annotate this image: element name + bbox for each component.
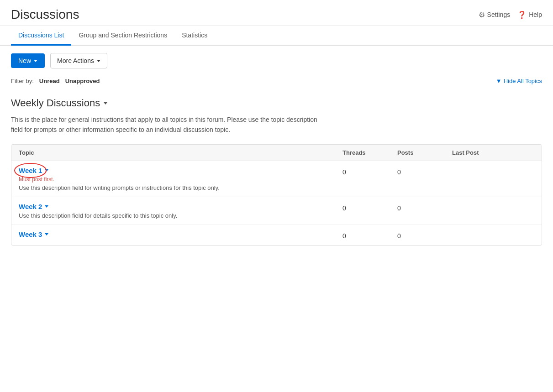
page-title: Discussions bbox=[11, 7, 79, 22]
week2-title: Week 2 bbox=[19, 203, 42, 210]
settings-link[interactable]: ⚙ Settings bbox=[479, 10, 511, 19]
week1-chevron bbox=[45, 169, 48, 172]
unapproved-filter-button[interactable]: Unapproved bbox=[65, 78, 100, 84]
filter-by-label: Filter by: bbox=[11, 78, 34, 84]
hide-all-chevron: ▼ bbox=[496, 78, 502, 84]
help-link[interactable]: ❓ Help bbox=[517, 10, 542, 19]
more-actions-chevron bbox=[97, 60, 100, 62]
week2-description: Use this description field for details s… bbox=[19, 212, 342, 219]
help-icon: ❓ bbox=[517, 10, 527, 19]
more-actions-label: More Actions bbox=[57, 57, 94, 64]
toolbar: New More Actions bbox=[0, 46, 553, 76]
week2-threads: 0 bbox=[342, 203, 397, 212]
week2-posts: 0 bbox=[397, 203, 452, 212]
week3-title: Week 3 bbox=[19, 230, 42, 238]
tab-group-section-restrictions[interactable]: Group and Section Restrictions bbox=[71, 26, 174, 46]
col-posts: Posts bbox=[397, 149, 452, 156]
tab-discussions-list[interactable]: Discussions List bbox=[11, 26, 71, 46]
main-content: Weekly Discussions This is the place for… bbox=[0, 90, 553, 253]
forum-title: Weekly Discussions bbox=[11, 97, 100, 109]
week3-topic-cell: Week 3 bbox=[19, 230, 342, 238]
hide-all-label: Hide All Topics bbox=[504, 78, 542, 84]
table-row: Week 3 0 0 bbox=[11, 225, 542, 245]
week1-topic-cell: Week 1 Must post first. Use this descrip… bbox=[19, 167, 342, 191]
col-threads: Threads bbox=[342, 149, 397, 156]
tab-nav: Discussions List Group and Section Restr… bbox=[0, 26, 553, 46]
more-actions-button[interactable]: More Actions bbox=[50, 53, 107, 68]
week1-posts: 0 bbox=[397, 167, 452, 176]
week3-threads: 0 bbox=[342, 230, 397, 240]
forum-description: This is the place for general instructio… bbox=[11, 115, 321, 135]
help-label: Help bbox=[529, 11, 542, 18]
hide-all-topics-button[interactable]: ▼ Hide All Topics bbox=[496, 78, 542, 84]
forum-title-row: Weekly Discussions bbox=[11, 97, 542, 109]
new-button-label: New bbox=[18, 57, 31, 64]
table-row: Week 1 Must post first. Use this descrip… bbox=[11, 161, 542, 197]
week1-title: Week 1 bbox=[19, 167, 42, 174]
week1-threads: 0 bbox=[342, 167, 397, 176]
week2-topic-cell: Week 2 Use this description field for de… bbox=[19, 203, 342, 219]
new-dropdown-chevron bbox=[34, 60, 37, 62]
unread-filter-button[interactable]: Unread bbox=[39, 78, 60, 84]
filter-bar: Filter by: Unread Unapproved ▼ Hide All … bbox=[0, 76, 553, 90]
week2-chevron bbox=[45, 205, 48, 208]
week2-last-post bbox=[452, 203, 534, 204]
week1-must-post: Must post first. bbox=[19, 176, 342, 183]
filter-left: Filter by: Unread Unapproved bbox=[11, 78, 100, 84]
forum-title-chevron[interactable] bbox=[104, 102, 107, 105]
week3-posts: 0 bbox=[397, 230, 452, 240]
week3-chevron bbox=[45, 233, 48, 235]
col-topic: Topic bbox=[19, 149, 342, 156]
topics-table: Topic Threads Posts Last Post Week 1 Mus… bbox=[11, 144, 542, 246]
week1-last-post bbox=[452, 167, 534, 168]
week1-description: Use this description field for writing p… bbox=[19, 184, 342, 191]
gear-icon: ⚙ bbox=[479, 10, 485, 19]
settings-label: Settings bbox=[487, 11, 511, 18]
tab-statistics[interactable]: Statistics bbox=[174, 26, 215, 46]
page-header: Discussions ⚙ Settings ❓ Help bbox=[0, 0, 553, 26]
table-header: Topic Threads Posts Last Post bbox=[11, 145, 542, 161]
col-last-post: Last Post bbox=[452, 149, 534, 156]
week1-link[interactable]: Week 1 bbox=[19, 167, 342, 174]
header-actions: ⚙ Settings ❓ Help bbox=[479, 10, 542, 19]
table-row: Week 2 Use this description field for de… bbox=[11, 197, 542, 225]
new-button[interactable]: New bbox=[11, 53, 45, 68]
week2-link[interactable]: Week 2 bbox=[19, 203, 342, 210]
week3-link[interactable]: Week 3 bbox=[19, 230, 342, 238]
week3-last-post bbox=[452, 230, 534, 232]
